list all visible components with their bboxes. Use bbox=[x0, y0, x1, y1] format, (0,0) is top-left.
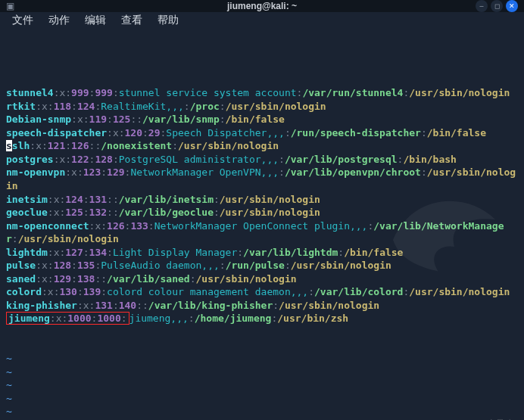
passwd-line: lightdm:x:127:134:Light Display Manager:… bbox=[6, 246, 518, 260]
passwd-line: inetsim:x:124:131::/var/lib/inetsim:/usr… bbox=[6, 193, 518, 207]
vim-tilde: ~ bbox=[6, 352, 518, 366]
passwd-line: stunnel4:x:999:999:stunnel service syste… bbox=[6, 86, 518, 100]
maximize-button[interactable]: ◻ bbox=[491, 0, 503, 12]
vim-tilde: ~ bbox=[6, 366, 518, 379]
vim-tilde: ~ bbox=[6, 405, 518, 418]
passwd-line: sslh:x:121:126::/nonexistent:/usr/sbin/n… bbox=[6, 139, 518, 153]
menu-help[interactable]: 帮助 bbox=[151, 12, 185, 29]
terminal-content[interactable]: stunnel4:x:999:999:stunnel service syste… bbox=[0, 29, 524, 420]
passwd-line: colord:x:130:139:colord colour managemen… bbox=[6, 285, 518, 299]
passwd-line: Debian-snmp:x:119:125::/var/lib/snmp:/bi… bbox=[6, 113, 518, 126]
minimize-button[interactable]: – bbox=[476, 0, 488, 12]
highlight-box: jiumeng:x:1000:1000: bbox=[6, 312, 129, 325]
passwd-line: speech-dispatcher:x:120:29:Speech Dispat… bbox=[6, 126, 518, 140]
vim-tilde: ~ bbox=[6, 378, 518, 392]
passwd-line: nm-openconnect:x:126:133:NetworkManager … bbox=[6, 219, 518, 246]
passwd-line: geoclue:x:125:132::/var/lib/geoclue:/usr… bbox=[6, 206, 518, 219]
titlebar[interactable]: ▣ jiumeng@kali: ~ – ◻ ✕ bbox=[0, 0, 524, 12]
passwd-line: postgres:x:122:128:PostgreSQL administra… bbox=[6, 153, 518, 166]
passwd-line: king-phisher:x:131:140::/var/lib/king-ph… bbox=[6, 299, 518, 313]
menu-edit[interactable]: 编辑 bbox=[79, 12, 112, 29]
close-button[interactable]: ✕ bbox=[506, 0, 518, 12]
window-title: jiumeng@kali: ~ bbox=[82, 1, 442, 11]
vim-tilde: ~ bbox=[6, 392, 518, 406]
passwd-line: jiumeng:x:1000:1000:jiumeng,,,:/home/jiu… bbox=[6, 312, 518, 325]
menu-action[interactable]: 动作 bbox=[42, 12, 76, 29]
passwd-line: saned:x:129:138::/var/lib/saned:/usr/sbi… bbox=[6, 272, 518, 286]
menu-file[interactable]: 文件 bbox=[6, 12, 39, 29]
terminal-window: ▣ jiumeng@kali: ~ – ◻ ✕ 文件 动作 编辑 查看 帮助 s… bbox=[0, 0, 524, 420]
passwd-line: rtkit:x:118:124:RealtimeKit,,,:/proc:/us… bbox=[6, 100, 518, 114]
passwd-line: nm-openvpn:x:123:129:NetworkManager Open… bbox=[6, 166, 518, 192]
empty-lines: ~~~~~ bbox=[6, 352, 518, 418]
passwd-line: pulse:x:128:135:PulseAudio daemon,,,:/ru… bbox=[6, 259, 518, 272]
menu-view[interactable]: 查看 bbox=[115, 12, 148, 29]
file-content: stunnel4:x:999:999:stunnel service syste… bbox=[6, 86, 518, 325]
menubar: 文件 动作 编辑 查看 帮助 bbox=[0, 12, 524, 29]
app-icon: ▣ bbox=[6, 1, 14, 11]
